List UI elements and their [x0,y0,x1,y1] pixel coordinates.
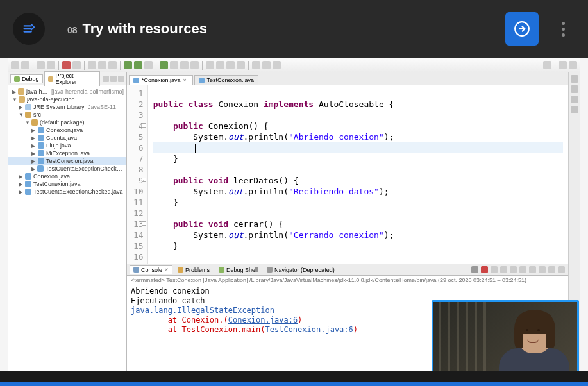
clear-console-icon[interactable] [500,266,507,273]
next-button[interactable] [505,12,539,46]
more-options-button[interactable] [558,18,569,40]
tab-console-label: Console [141,267,162,273]
line-gutter: 1234-56789-10111213-14151617-18192021 [127,85,148,264]
lesson-title-area: 08 Try with resources [67,21,207,37]
left-view-tabs: Debug Project Explorer [8,72,126,85]
remove-launch-icon[interactable] [481,266,488,273]
console-tabs: Console⨯ Problems Debug Shell Navigator … [127,264,568,276]
code-editor[interactable]: 1234-56789-10111213-14151617-18192021 pu… [127,85,568,264]
tree-file[interactable]: ▶Conexion.java [8,172,126,180]
scroll-lock-icon[interactable] [510,266,517,273]
display-console-icon[interactable] [529,266,536,273]
menu-arrow-icon [22,22,36,36]
open-console-icon[interactable] [539,266,546,273]
other-view-icon[interactable] [571,106,578,113]
tab-debug-shell[interactable]: Debug Shell [215,265,262,274]
video-controls-bar[interactable] [0,371,588,382]
tree-file[interactable]: ▶MiException.java [8,149,126,157]
project-explorer-panel: Debug Project Explorer ▶java-herencia-po… [8,72,127,371]
ide-toolbar[interactable] [8,58,580,72]
tree-file[interactable]: ▶TestConexion.java [8,157,126,165]
view-menu-icon[interactable] [103,76,109,82]
menu-button[interactable] [13,13,45,45]
console-status: <terminated> TestConexion [Java Applicat… [127,276,568,285]
java-file-icon [199,78,205,83]
project-tree[interactable]: ▶java-herencia-polimorfismo[java-herenci… [8,85,126,371]
tab-debug-shell-label: Debug Shell [226,267,258,273]
code-area[interactable]: public class Conexion implements AutoClo… [148,85,568,264]
tab-console[interactable]: Console⨯ [130,265,172,274]
minimize-icon[interactable] [548,266,555,273]
tab-problems-label: Problems [185,267,210,273]
tree-file[interactable]: ▶TestCuentaExceptionChecked.java [8,188,126,196]
editor-tabs: *Conexion.java× TestConexion.java [127,72,580,85]
tab-problems[interactable]: Problems [174,265,214,274]
tab-navigator-label: Navigator (Deprecated) [274,267,335,273]
remove-all-icon[interactable] [491,266,498,273]
tree-file[interactable]: ▶Cuenta.java [8,134,126,142]
tree-file[interactable]: ▶Flujo.java [8,142,126,149]
terminate-icon[interactable] [471,266,478,273]
editor-tab-label: *Conexion.java [142,77,181,83]
pin-console-icon[interactable] [519,266,526,273]
video-progress-bar[interactable] [0,382,588,386]
presenter-webcam [432,300,579,377]
editor-tab-label: TestConexion.java [207,77,255,83]
tree-package[interactable]: ▼(default package) [8,119,126,126]
task-list-icon[interactable] [571,85,578,93]
tab-project-explorer-label: Project Explorer [55,72,96,85]
close-icon[interactable]: × [183,78,189,83]
bookmarks-icon[interactable] [571,96,578,103]
editor-tab[interactable]: TestConexion.java [194,75,259,85]
tree-file[interactable]: ▶TestConexion.java [8,180,126,188]
tree-jre[interactable]: ▶JRE System Library [JavaSE-11] [8,103,126,111]
tree-project[interactable]: ▶java-herencia-polimorfismo[java-herenci… [8,88,126,96]
java-file-icon [133,78,139,83]
tree-file[interactable]: ▶TestCuentaExceptionChecked.java [8,165,126,172]
tree-project[interactable]: ▼java-pila-ejecucion [8,96,126,103]
lesson-title: Try with resources [83,21,207,37]
maximize-icon[interactable] [558,266,565,273]
tab-debug[interactable]: Debug [10,74,43,83]
lesson-header: 08 Try with resources [0,0,588,58]
lesson-number: 08 [67,25,78,35]
arrow-right-circle-icon [514,21,530,37]
editor-tab-active[interactable]: *Conexion.java× [129,75,193,85]
minimize-icon[interactable] [110,76,117,82]
tree-file[interactable]: ▶Conexion.java [8,126,126,134]
tab-project-explorer[interactable]: Project Explorer [44,71,101,86]
tab-debug-label: Debug [22,76,39,82]
outline-icon[interactable] [571,75,578,83]
maximize-icon[interactable] [118,76,124,82]
tab-navigator[interactable]: Navigator (Deprecated) [263,265,339,274]
tree-src[interactable]: ▼src [8,111,126,119]
